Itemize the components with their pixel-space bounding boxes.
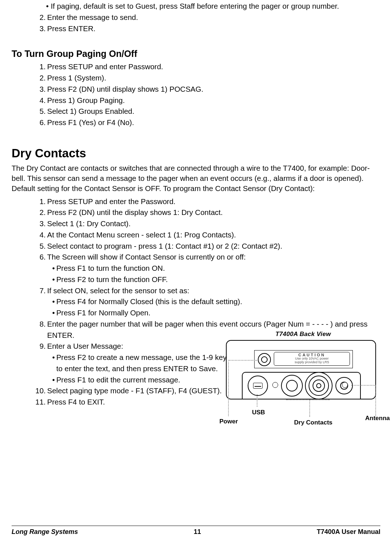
dry-step-5-text: Select contact to program - press 1 (1: …: [47, 241, 380, 252]
dry-step-2: 2.Press F2 (DN) until the display shows …: [36, 207, 380, 218]
leader-line: [257, 394, 257, 407]
dry-step-3: 3.Select 1 (1: Dry Contact).: [36, 218, 380, 229]
dry-step-7a: •Press F4 for Normally Closed (this is t…: [52, 296, 380, 307]
top-step-3: 3.Press ENTER.: [36, 23, 380, 34]
leader-line: [228, 360, 257, 361]
usb-port-icon: [248, 376, 268, 396]
caution-label: CAUTION Use only 10VAC power supply prov…: [274, 352, 350, 366]
dry-step-7: 7.If select ON, select for the sensor to…: [36, 285, 380, 297]
dry-step-4-text: At the Contact Menu screen - select 1 (1…: [47, 229, 380, 241]
group-step-3: 3.Press F2 (DN) until display shows 1) P…: [36, 84, 380, 95]
group-step-3-text: Press F2 (DN) until display shows 1) POC…: [47, 84, 380, 95]
group-step-4-text: Press 1) Group Paging.: [47, 95, 380, 106]
dry-step-6: 6.The Screen will show if Contact Sensor…: [36, 252, 380, 263]
group-step-6-text: Press F1 (Yes) or F4 (No).: [47, 117, 380, 128]
group-step-2-text: Press 1 (System).: [47, 72, 380, 84]
dry-step-5: 5.Select contact to program - press 1 (1…: [36, 241, 380, 252]
leader-line: [351, 385, 376, 386]
label-usb: USB: [252, 409, 265, 416]
screw-hole-icon: [342, 382, 348, 388]
footer-page-number: 11: [194, 528, 201, 536]
top-step-3-text: Press ENTER.: [47, 23, 380, 34]
dry-step-6a: •Press F1 to turn the function ON.: [52, 263, 380, 274]
label-power: Power: [219, 418, 238, 425]
dry-step-4: 4.At the Contact Menu screen - select 1 …: [36, 229, 380, 241]
dry-step-2-text: Press F2 (DN) until the display shows 1:…: [47, 207, 380, 218]
dry-step-6a-text: Press F1 to turn the function ON.: [56, 263, 165, 274]
page: • If paging, default is set to Guest, pr…: [0, 0, 392, 543]
dry-step-3-text: Select 1 (1: Dry Contact).: [47, 218, 380, 229]
connector-icon: [305, 372, 333, 399]
group-step-5-text: Select 1) Groups Enabled.: [47, 106, 380, 117]
dry-step-7a-text: Press F4 for Normally Closed (this is th…: [56, 296, 242, 307]
dry-step-6-text: The Screen will show if Contact Sensor i…: [47, 252, 380, 263]
group-step-1: 1.Press SETUP and enter Password.: [36, 61, 380, 72]
footer-left: Long Range Systems: [12, 528, 78, 536]
dry-step-9a-text: Press F2 to create a new message, use th…: [56, 352, 230, 374]
back-view-figure: T7400A Back View CAUTION Use only 10VAC …: [225, 331, 381, 415]
top-bullet-text: If paging, default is set to Guest, pres…: [51, 2, 339, 10]
dry-step-7b: •Press F1 for Normally Open.: [52, 307, 380, 319]
page-footer: Long Range Systems 11 T7400A User Manual: [12, 526, 380, 536]
dry-step-6b: •Press F2 to turn the function OFF.: [52, 274, 380, 285]
screw-hole-icon: [272, 382, 278, 388]
group-paging-heading: To Turn Group Paging On/Off: [12, 49, 380, 59]
dry-step-9b-text: Press F1 to edit the current message.: [56, 374, 180, 386]
group-step-2: 2.Press 1 (System).: [36, 72, 380, 84]
dry-step-7b-text: Press F1 for Normally Open.: [56, 307, 150, 319]
figure-title: T7400A Back View: [225, 331, 381, 338]
dry-step-1: 1.Press SETUP and enter the Password.: [36, 196, 380, 207]
label-dry-contacts: Dry Contacts: [294, 419, 333, 426]
leader-line: [309, 399, 310, 417]
leader-line: [228, 360, 229, 416]
dry-contacts-paragraph: The Dry Contact are contacts or switches…: [12, 163, 380, 194]
top-bullet: • If paging, default is set to Guest, pr…: [46, 1, 380, 12]
top-step-2-text: Enter the message to send.: [47, 12, 380, 23]
device-diagram: CAUTION Use only 10VAC power supply prov…: [226, 340, 375, 415]
group-step-4: 4.Press 1) Group Paging.: [36, 95, 380, 106]
top-step-2: 2.Enter the message to send.: [36, 12, 380, 23]
power-jack-icon: [258, 353, 271, 366]
leader-line: [375, 385, 376, 416]
leader-line: [286, 399, 330, 400]
dry-step-7-text: If select ON, select for the sensor to s…: [47, 285, 380, 297]
dry-contacts-heading: Dry Contacts: [12, 146, 380, 160]
dry-contact-port-icon: [281, 375, 303, 397]
group-step-6: 6.Press F1 (Yes) or F4 (No).: [36, 117, 380, 128]
group-step-5: 5.Select 1) Groups Enabled.: [36, 106, 380, 117]
group-step-1-text: Press SETUP and enter Password.: [47, 61, 380, 72]
dry-step-1-text: Press SETUP and enter the Password.: [47, 196, 380, 207]
footer-right: T7400A User Manual: [317, 528, 380, 536]
caution-line2: supply provided by LRS: [274, 361, 350, 364]
label-antenna: Antenna: [365, 415, 390, 422]
dry-step-6b-text: Press F2 to turn the function OFF.: [56, 274, 168, 285]
